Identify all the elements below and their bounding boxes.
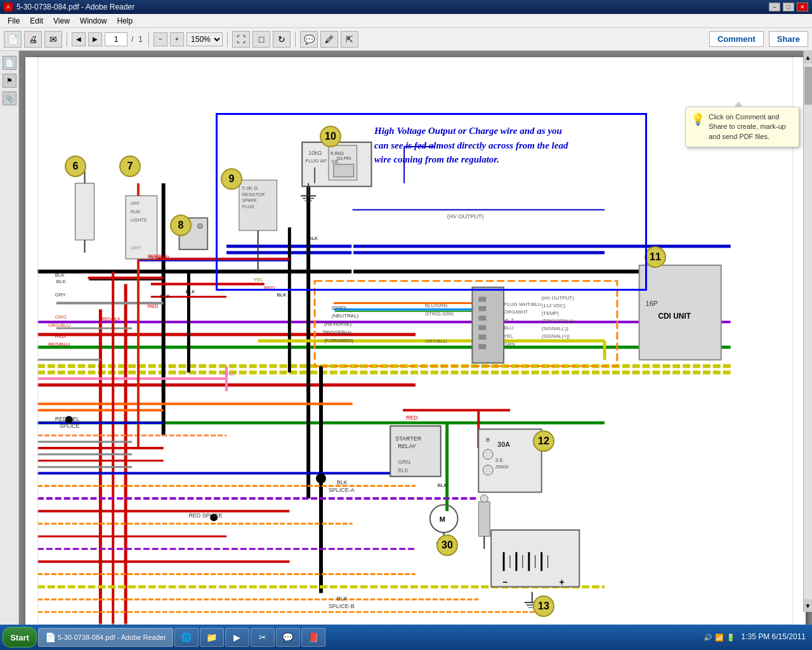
start-button[interactable]: Start xyxy=(3,627,37,647)
taskbar-item-reader[interactable]: 📕 xyxy=(301,628,325,647)
next-page-button[interactable]: ▶ xyxy=(88,32,102,46)
annotation-text: High Voltage Output or Charge wire and a… xyxy=(374,124,577,167)
svg-text:RED: RED xyxy=(148,303,159,309)
svg-text:BLK: BLK xyxy=(337,479,348,486)
rotate-button[interactable]: ↻ xyxy=(273,31,291,48)
scroll-down-button[interactable]: ▼ xyxy=(804,599,812,612)
svg-text:RELAY: RELAY xyxy=(398,443,416,449)
svg-text:B: B xyxy=(486,437,490,443)
taskbar-item-ie[interactable]: 🌐 xyxy=(174,628,199,647)
svg-text:(GND): (GND) xyxy=(332,305,346,310)
toolbar-right: Comment Share xyxy=(709,31,808,47)
taskbar-item-snip[interactable]: ✂ xyxy=(251,628,275,647)
prev-page-button[interactable]: ◀ xyxy=(72,32,86,46)
svg-text:BLK: BLK xyxy=(55,272,65,278)
svg-text:BLK: BLK xyxy=(56,279,67,284)
svg-rect-85 xyxy=(334,164,354,177)
menu-window[interactable]: Window xyxy=(75,15,112,27)
bookmarks-panel-icon[interactable]: ⚑ xyxy=(3,74,16,88)
svg-point-64 xyxy=(316,474,326,484)
menu-help[interactable]: Help xyxy=(112,15,138,27)
select-tool-button[interactable]: ⇱ xyxy=(341,31,358,48)
svg-text:(HV OUTPUT): (HV OUTPUT) xyxy=(447,213,484,220)
svg-text:BLK: BLK xyxy=(438,482,448,488)
new-button[interactable]: 📄 xyxy=(4,31,22,48)
tray-icon-1: 🔊 xyxy=(704,633,712,642)
svg-point-168 xyxy=(480,494,488,502)
menu-file[interactable]: File xyxy=(3,15,25,27)
window-title: 5-30-0738-084.pdf - Adobe Reader xyxy=(16,3,134,11)
pdf-content-area: 16P CDI UNIT 10kΩ PLUG AP xyxy=(19,51,812,631)
taskbar-item-messenger[interactable]: 💬 xyxy=(276,628,300,647)
comment-tool-button[interactable]: 💬 xyxy=(300,31,318,48)
titlebar-controls[interactable]: – □ ✕ xyxy=(769,3,808,11)
title-bar: A 5-30-0738-084.pdf - Adobe Reader – □ ✕ xyxy=(0,0,812,14)
share-button[interactable]: Share xyxy=(769,31,808,47)
annotation-tooltip: 💡 Click on Comment and Share to create, … xyxy=(685,107,799,147)
pages-panel-icon[interactable]: 📄 xyxy=(3,56,16,70)
svg-rect-77 xyxy=(478,344,486,349)
ie-taskbar-icon: 🌐 xyxy=(181,632,192,642)
svg-text:RED SPLICE: RED SPLICE xyxy=(188,512,222,519)
comment-button[interactable]: Comment xyxy=(709,31,764,47)
explorer-taskbar-icon: 📁 xyxy=(207,632,217,642)
separator-2 xyxy=(148,32,149,47)
svg-text:5.0K Ω: 5.0K Ω xyxy=(242,185,258,191)
main-area: 📄 ⚑ 📎 xyxy=(0,51,812,631)
number-7: 7 xyxy=(119,156,141,177)
number-12: 12 xyxy=(533,430,554,452)
svg-text:BLU: BLU xyxy=(504,325,514,331)
svg-text:BLK: BLK xyxy=(277,292,287,298)
pdf-page: 16P CDI UNIT 10kΩ PLUG AP xyxy=(25,57,806,625)
svg-point-156 xyxy=(483,449,493,460)
fit-page-button[interactable]: ⛶ xyxy=(232,31,250,48)
menu-bar: File Edit View Window Help xyxy=(0,14,812,28)
page-total: 1 xyxy=(137,35,144,44)
markup-tool-button[interactable]: 🖉 xyxy=(320,31,338,48)
zoom-out-button[interactable]: − xyxy=(154,32,167,46)
scroll-thumb[interactable] xyxy=(804,67,812,105)
fit-width-button[interactable]: □ xyxy=(252,31,270,48)
page-number-input[interactable] xyxy=(105,32,128,46)
email-button[interactable]: ✉ xyxy=(44,31,62,48)
page-separator: / xyxy=(130,35,134,44)
reader-taskbar-icon: 📕 xyxy=(308,632,318,642)
svg-text:PLUG AP: PLUG AP xyxy=(305,158,327,164)
svg-rect-93 xyxy=(75,183,95,240)
svg-text:(SIGNAL(+)): (SIGNAL(+)) xyxy=(542,333,570,339)
svg-text:PLUG: PLUG xyxy=(242,204,254,209)
taskbar-item-adobe[interactable]: 📄 5-30-0738-084.pdf - Adobe Reader xyxy=(38,628,173,647)
titlebar-left: A 5-30-0738-084.pdf - Adobe Reader xyxy=(4,3,134,11)
svg-rect-71 xyxy=(472,288,504,363)
wiring-diagram: 16P CDI UNIT 10kΩ PLUG AP xyxy=(25,57,806,625)
print-button[interactable]: 🖨 xyxy=(24,31,42,48)
scroll-up-button[interactable]: ▲ xyxy=(804,51,812,63)
separator-4 xyxy=(295,32,296,47)
number-6: 6 xyxy=(65,156,86,177)
taskbar-item-media[interactable]: ▶ xyxy=(225,628,249,647)
svg-text:VL T: VL T xyxy=(504,317,514,323)
attachments-panel-icon[interactable]: 📎 xyxy=(3,91,16,105)
menu-edit[interactable]: Edit xyxy=(25,15,48,27)
maximize-button[interactable]: □ xyxy=(783,3,794,11)
zoom-selector[interactable]: 150% 100% 75% 200% xyxy=(187,32,223,46)
minimize-button[interactable]: – xyxy=(769,3,780,11)
svg-text:(FORWARD): (FORWARD) xyxy=(324,338,353,343)
svg-rect-76 xyxy=(478,335,486,340)
svg-text:RESISTOR: RESISTOR xyxy=(242,192,265,197)
svg-text:.5Ω PRI: .5Ω PRI xyxy=(336,156,351,161)
number-13: 13 xyxy=(533,595,554,617)
taskbar: Start 📄 5-30-0738-084.pdf - Adobe Reader… xyxy=(0,625,812,650)
svg-text:PLUG WHT/BLU: PLUG WHT/BLU xyxy=(504,302,542,307)
svg-text:GRN: GRN xyxy=(398,459,410,465)
svg-text:OFF: OFF xyxy=(131,201,140,206)
scrollbar-vertical[interactable]: ▲ ▼ xyxy=(803,51,812,612)
close-button[interactable]: ✕ xyxy=(797,3,808,11)
svg-text:BLK: BLK xyxy=(185,289,195,295)
menu-view[interactable]: View xyxy=(48,15,75,27)
svg-rect-75 xyxy=(478,325,486,330)
svg-rect-167 xyxy=(478,501,490,536)
left-panel: 📄 ⚑ 📎 xyxy=(0,51,19,631)
zoom-in-button[interactable]: + xyxy=(170,32,184,46)
taskbar-item-explorer[interactable]: 📁 xyxy=(200,628,224,647)
